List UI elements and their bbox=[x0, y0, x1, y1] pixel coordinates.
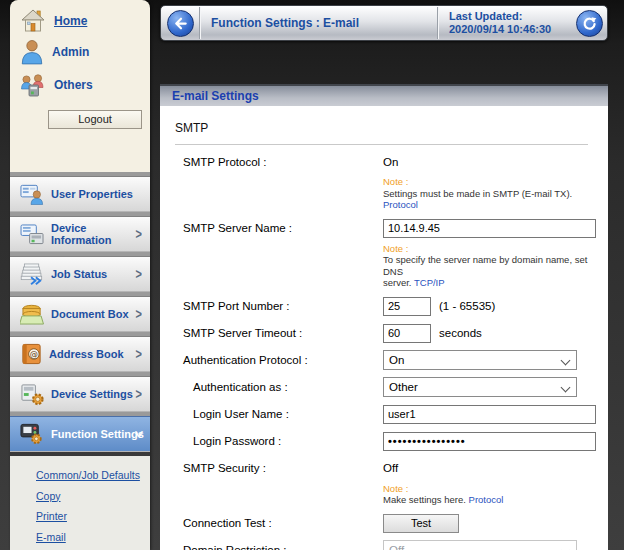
device-information-icon bbox=[20, 224, 45, 245]
smtp-protocol-label: SMTP Protocol : bbox=[160, 156, 383, 168]
last-updated-label: Last Updated: bbox=[449, 10, 551, 23]
chevron-down-icon: > bbox=[131, 431, 147, 437]
smtp-port-range-hint: (1 - 65535) bbox=[439, 300, 495, 312]
menu-label: Job Status bbox=[51, 268, 107, 280]
smtp-timeout-input[interactable] bbox=[383, 324, 431, 343]
address-book-icon: @ bbox=[20, 343, 43, 365]
login-password-input[interactable] bbox=[383, 432, 596, 451]
sidebar-submenu: Common/Job Defaults Copy Printer E-mail … bbox=[10, 456, 150, 550]
row-auth-protocol: Authentication Protocol : On bbox=[160, 347, 608, 374]
protocol-link[interactable]: Protocol bbox=[383, 199, 418, 210]
sidebar-item-admin[interactable]: Admin bbox=[10, 36, 150, 68]
panel-title: E-mail Settings bbox=[160, 84, 608, 106]
content-panel: E-mail Settings SMTP SMTP Protocol : On … bbox=[160, 84, 608, 550]
domain-restriction-label: Domain Restriction : bbox=[160, 544, 383, 550]
chevron-right-icon: > bbox=[136, 226, 142, 242]
device-settings-icon bbox=[20, 383, 45, 406]
login-user-label: Login User Name : bbox=[160, 408, 383, 420]
function-settings-icon bbox=[20, 423, 45, 445]
submenu-link-common-job-defaults[interactable]: Common/Job Defaults bbox=[36, 465, 150, 486]
row-connection-test: Connection Test : Test bbox=[160, 510, 608, 537]
last-updated-value: 2020/09/14 10:46:30 bbox=[449, 23, 551, 36]
auth-protocol-select[interactable]: On bbox=[383, 350, 577, 370]
menu-label: Function Settings bbox=[51, 428, 144, 440]
protocol-link[interactable]: Protocol bbox=[469, 494, 504, 505]
row-login-password: Login Password : bbox=[160, 428, 608, 455]
sidebar-item-user-properties[interactable]: User Properties bbox=[10, 176, 150, 212]
refresh-icon bbox=[582, 16, 597, 31]
smtp-server-name-input[interactable] bbox=[383, 219, 596, 238]
smtp-security-value: Off bbox=[383, 462, 398, 474]
row-domain-restriction: Domain Restriction : Off bbox=[160, 537, 608, 550]
dropdown-arrow-icon bbox=[561, 383, 571, 393]
auth-protocol-label: Authentication Protocol : bbox=[160, 354, 383, 366]
chevron-right-icon: > bbox=[136, 266, 142, 282]
sidebar: Home Admin Others bbox=[10, 0, 150, 550]
submenu-link-printer[interactable]: Printer bbox=[36, 506, 150, 527]
login-password-label: Login Password : bbox=[160, 435, 383, 447]
back-arrow-icon bbox=[173, 16, 188, 31]
refresh-button[interactable] bbox=[576, 10, 603, 37]
job-status-icon bbox=[20, 263, 45, 285]
page: Home Admin Others bbox=[0, 0, 624, 550]
sidebar-item-job-status[interactable]: Job Status > bbox=[10, 256, 150, 292]
sidebar-item-home[interactable]: Home bbox=[10, 6, 150, 36]
sidebar-home-label: Home bbox=[54, 14, 87, 28]
auth-as-selected-value: Other bbox=[389, 381, 418, 393]
chevron-right-icon: > bbox=[136, 386, 142, 402]
note-smtp-protocol: Note : Settings must be made in SMTP (E-… bbox=[383, 176, 608, 211]
note-title: Note : bbox=[383, 176, 408, 187]
back-button[interactable] bbox=[167, 10, 194, 37]
domain-restriction-selected-value: Off bbox=[389, 544, 404, 550]
note-title: Note : bbox=[383, 243, 408, 254]
note-text: Settings must be made in SMTP (E-mail TX… bbox=[383, 188, 572, 199]
menu-label: Device Settings bbox=[51, 388, 133, 400]
note-text-line1: To specify the server name by domain nam… bbox=[383, 254, 587, 277]
sidebar-item-function-settings[interactable]: Function Settings > bbox=[10, 416, 150, 452]
auth-protocol-selected-value: On bbox=[389, 354, 404, 366]
menu-label: Address Book bbox=[49, 348, 124, 360]
home-icon bbox=[20, 9, 46, 33]
dropdown-arrow-icon bbox=[561, 546, 571, 550]
smtp-port-input[interactable] bbox=[383, 297, 431, 316]
sidebar-item-others[interactable]: Others bbox=[10, 68, 150, 101]
admin-user-icon bbox=[20, 39, 44, 65]
last-updated: Last Updated: 2020/09/14 10:46:30 bbox=[449, 10, 551, 36]
domain-restriction-select: Off bbox=[383, 540, 577, 550]
smtp-protocol-value: On bbox=[383, 156, 398, 168]
login-user-input[interactable] bbox=[383, 405, 596, 424]
sidebar-menu: User Properties Device Information > bbox=[10, 172, 150, 452]
sidebar-item-device-information[interactable]: Device Information > bbox=[10, 216, 150, 252]
smtp-timeout-unit: seconds bbox=[439, 327, 482, 339]
note-text-line2: server. bbox=[383, 277, 412, 288]
row-smtp-port: SMTP Port Number : (1 - 65535) bbox=[160, 293, 608, 320]
row-smtp-protocol: SMTP Protocol : On bbox=[160, 148, 608, 175]
sidebar-item-address-book[interactable]: @ Address Book > bbox=[10, 336, 150, 372]
menu-label: Document Box bbox=[51, 308, 129, 320]
sidebar-account-section: Home Admin Others bbox=[10, 0, 150, 172]
logout-button[interactable]: Logout bbox=[48, 110, 142, 129]
topbar-divider bbox=[437, 7, 438, 39]
chevron-right-icon: > bbox=[136, 346, 142, 362]
sidebar-item-device-settings[interactable]: Device Settings > bbox=[10, 376, 150, 412]
others-users-icon bbox=[20, 71, 46, 98]
note-title: Note : bbox=[383, 483, 408, 494]
smtp-port-label: SMTP Port Number : bbox=[160, 300, 383, 312]
dropdown-arrow-icon bbox=[561, 356, 571, 366]
auth-as-select[interactable]: Other bbox=[383, 377, 577, 397]
sidebar-admin-label: Admin bbox=[52, 45, 89, 59]
auth-as-label: Authentication as : bbox=[160, 381, 383, 393]
submenu-link-copy[interactable]: Copy bbox=[36, 486, 150, 507]
section-divider bbox=[175, 144, 588, 145]
sidebar-others-label: Others bbox=[54, 78, 93, 92]
smtp-security-label: SMTP Security : bbox=[160, 462, 383, 474]
row-smtp-server-name: SMTP Server Name : bbox=[160, 215, 608, 242]
test-button[interactable]: Test bbox=[383, 514, 459, 533]
smtp-timeout-label: SMTP Server Timeout : bbox=[160, 327, 383, 339]
tcpip-link[interactable]: TCP/IP bbox=[414, 277, 445, 288]
sidebar-item-document-box[interactable]: Document Box > bbox=[10, 296, 150, 332]
submenu-link-email[interactable]: E-mail bbox=[36, 527, 150, 548]
note-dns: Note : To specify the server name by dom… bbox=[383, 243, 608, 289]
section-title-smtp: SMTP bbox=[175, 121, 608, 135]
menu-label: User Properties bbox=[51, 188, 133, 200]
